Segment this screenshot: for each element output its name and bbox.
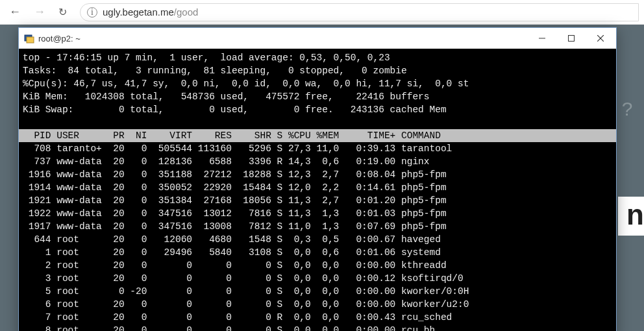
process-row: 644 root 20 0 12060 4680 1548 S 0,3 0,5 …	[23, 233, 612, 246]
svg-rect-1	[27, 37, 34, 43]
window-titlebar[interactable]: root@p2: ~	[19, 28, 616, 49]
top-summary-line: KiB Swap: 0 total, 0 used, 0 free. 24313…	[23, 103, 612, 116]
process-row: 708 taranto+ 20 0 505544 113160 5296 S 2…	[23, 142, 612, 155]
process-row: 1 root 20 0 29496 5840 3108 S 0,0 0,6 0:…	[23, 246, 612, 259]
window-title: root@p2: ~	[38, 34, 527, 43]
process-row: 1916 www-data 20 0 351188 27212 18288 S …	[23, 168, 612, 181]
bg-letter: n	[624, 199, 644, 231]
top-summary-line: top - 17:46:15 up 7 min, 1 user, load av…	[23, 51, 612, 64]
terminal-body[interactable]: top - 17:46:15 up 7 min, 1 user, load av…	[19, 49, 616, 331]
close-button[interactable]	[586, 29, 615, 48]
top-summary-line: Tasks: 84 total, 3 running, 81 sleeping,…	[23, 64, 612, 77]
process-table-header: PID USER PR NI VIRT RES SHR S %CPU %MEM …	[19, 129, 616, 142]
process-row: 1921 www-data 20 0 351384 27168 18056 S …	[23, 194, 612, 207]
address-bar[interactable]: i ugly.begetan.me/good	[80, 3, 639, 21]
blank-line	[23, 116, 612, 129]
reload-button[interactable]: ↻	[55, 6, 71, 18]
svg-rect-3	[568, 36, 574, 42]
forward-button[interactable]: →	[30, 5, 49, 19]
url-text: ugly.begetan.me/good	[103, 6, 198, 18]
process-row: 1914 www-data 20 0 350052 22920 15484 S …	[23, 181, 612, 194]
minimize-button[interactable]	[527, 29, 556, 48]
process-row: 1922 www-data 20 0 347516 13012 7816 S 1…	[23, 207, 612, 220]
process-row: 737 www-data 20 0 128136 6588 3396 R 14,…	[23, 155, 612, 168]
putty-icon	[24, 33, 34, 43]
top-summary-line: KiB Mem: 1024308 total, 548736 used, 475…	[23, 90, 612, 103]
process-row: 1917 www-data 20 0 347516 13008 7812 S 1…	[23, 220, 612, 233]
process-row: 3 root 20 0 0 0 0 S 0,0 0,0 0:00.12 ksof…	[23, 272, 612, 285]
maximize-button[interactable]	[556, 29, 586, 48]
process-row: 2 root 20 0 0 0 0 S 0,0 0,0 0:00.00 kthr…	[23, 259, 612, 272]
process-row: 7 root 20 0 0 0 0 R 0,0 0,0 0:00.43 rcu_…	[23, 311, 612, 324]
browser-toolbar: ← → ↻ i ugly.begetan.me/good	[0, 0, 644, 25]
process-row: 5 root 0 -20 0 0 0 S 0,0 0,0 0:00.00 kwo…	[23, 285, 612, 298]
terminal-window: root@p2: ~ top - 17:46:15 up 7 min, 1 us…	[18, 27, 617, 331]
help-icon: ?	[614, 96, 640, 122]
site-info-icon[interactable]: i	[87, 7, 97, 18]
process-row: 8 root 20 0 0 0 0 S 0,0 0,0 0:00.00 rcu_…	[23, 324, 612, 331]
back-button[interactable]: ←	[5, 5, 25, 19]
top-summary-line: %Cpu(s): 46,7 us, 41,7 sy, 0,0 ni, 0,0 i…	[23, 77, 612, 90]
process-row: 6 root 20 0 0 0 0 S 0,0 0,0 0:00.00 kwor…	[23, 298, 612, 311]
